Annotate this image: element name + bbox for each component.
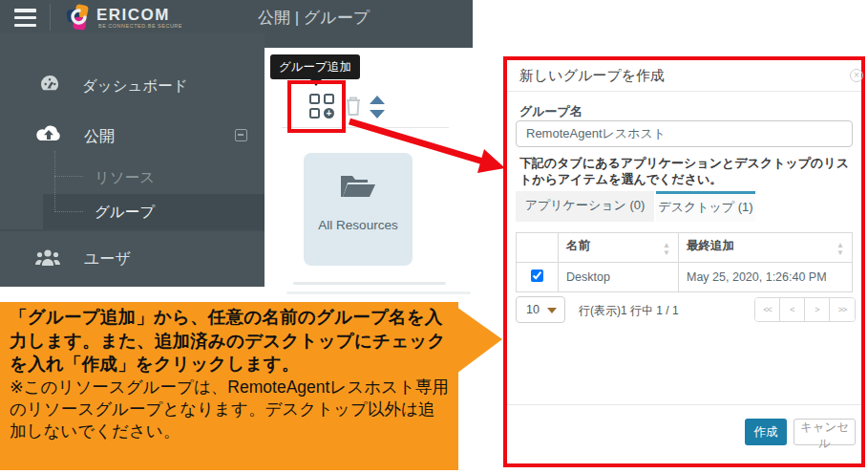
sort-arrows-icon: ▲▼ [663,242,670,257]
desktops-table: 名前▲▼ 最終追加▲▼ Desktop May 25, 2020, 1:26:4… [516,232,853,292]
cloud-upload-icon [34,121,63,150]
page-size-select[interactable]: 10 [516,296,565,323]
tree-guide-line [54,176,83,177]
trash-icon[interactable] [344,95,363,121]
column-header-last-added[interactable]: 最終追加▲▼ [679,233,853,263]
sidebar-item-dashboard[interactable]: ダッシュボード [82,76,188,97]
sidebar-item-groups[interactable]: グループ [95,203,155,223]
brand-name: ERICOM [96,6,170,25]
column-header-name[interactable]: 名前▲▼ [559,233,679,263]
folder-icon [339,172,377,205]
sidebar-item-users[interactable]: ユーザ [84,249,131,269]
sidebar-item-publish[interactable]: 公開 [84,127,115,147]
sidebar-item-resources[interactable]: リソース [95,168,155,188]
collapse-minus-icon[interactable] [235,129,247,141]
footer-divider [507,404,861,405]
caret-down-icon [547,308,557,313]
tile-label: All Resources [304,218,413,232]
users-icon [34,246,61,272]
all-resources-tile[interactable]: All Resources [304,153,413,266]
sort-order-icon[interactable] [370,96,385,118]
create-button[interactable]: 作成 [745,419,787,445]
cell-name: Desktop [559,263,679,292]
create-group-dialog: 新しいグループを作成 × グループ名 下記のタブにあるアプリケーションとデスクト… [503,56,865,467]
instruction-callout: 「グループ追加」から、任意の名前のグループ名を入力します。また、追加済みのデスク… [0,302,458,470]
prev-page-button[interactable]: < [780,298,805,321]
table-header-row: 名前▲▼ 最終追加▲▼ [517,233,853,263]
dialog-divider [507,91,861,92]
first-page-button[interactable]: << [755,298,780,321]
dialog-title: 新しいグループを作成 [519,67,665,85]
dashboard-icon [38,72,61,98]
select-column-header [517,233,559,263]
callout-pointer [456,307,502,374]
cell-last-added: May 25, 2020, 1:26:40 PM [679,263,853,292]
pager-buttons: << < > >> [754,297,856,322]
row-checkbox[interactable] [531,269,543,282]
sidebar-section-divider [0,229,265,231]
breadcrumb: 公開 | グループ [258,7,370,29]
dialog-tabs: アプリケーション (0) デスクトップ (1) [516,191,755,222]
annotation-highlight-box [287,80,346,133]
hamburger-menu-icon[interactable] [14,9,36,27]
table-row: Desktop May 25, 2020, 1:26:40 PM [517,263,853,292]
group-add-tooltip: グループ追加 [270,54,360,79]
tab-applications[interactable]: アプリケーション (0) [516,191,654,222]
tab-desktops[interactable]: デスクトップ (1) [656,191,755,222]
tree-guide-line [54,211,83,212]
callout-note-text: ※このリソースグループは、RemoteAgentレスホスト専用のリソースグループ… [10,377,451,443]
panel-divider [286,291,471,294]
screenshot-root: ERICOM BE CONNECTED.BE SECURE 公開 | グループ … [0,0,868,474]
ericom-logo-icon [66,4,93,34]
sidebar: ダッシュボード 公開 リソース グループ ユーザ [0,33,265,287]
pagination-info: 行(表示)1 行中 1 / 1 [579,303,679,319]
next-page-button[interactable]: > [805,298,830,321]
close-icon[interactable]: × [850,69,863,82]
last-page-button[interactable]: >> [830,298,855,321]
annotation-arrowhead [477,149,505,173]
cancel-button[interactable]: キャンセル [794,419,856,445]
callout-main-text: 「グループ追加」から、任意の名前のグループ名を入力します。また、追加済みのデスク… [10,306,451,377]
dialog-description: 下記のタブにあるアプリケーションとデスクトップのリストからアイテムを選んでくださ… [519,156,854,188]
group-name-label: グループ名 [519,103,582,120]
tree-guide-line [54,151,55,212]
group-name-input[interactable] [516,120,853,147]
brand-tagline: BE CONNECTED.BE SECURE [98,23,182,29]
pagination: 10 行(表示)1 行中 1 / 1 << < > >> [516,296,853,323]
header-divider [50,4,51,31]
sort-arrows-icon: ▲▼ [836,242,844,257]
panel-divider [293,282,446,285]
